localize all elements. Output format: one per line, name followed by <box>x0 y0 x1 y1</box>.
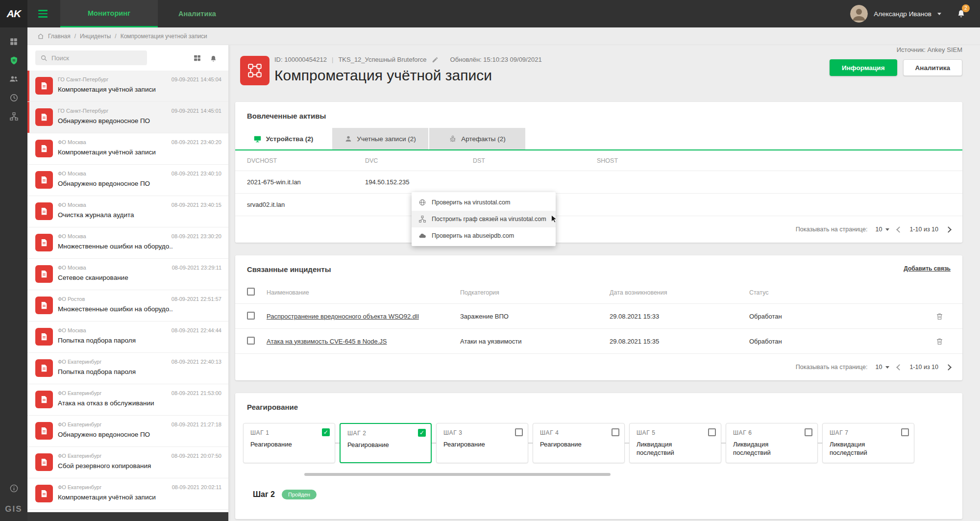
incident-list-item[interactable]: ФО Екатеринбург 08-09-2021 22:40:13 Попы… <box>27 353 228 384</box>
asset-row[interactable]: srvad02.it.lan <box>235 194 962 216</box>
asset-row[interactable]: 2021-675-win.it.lan194.50.152.235 <box>235 171 962 194</box>
sidebar-item-users[interactable] <box>0 70 27 88</box>
incident-location: ФО Москва <box>58 233 86 239</box>
app-logo[interactable]: AK <box>0 0 27 27</box>
incident-list-item[interactable]: ФО Екатеринбург 08-09-2021 21:27:18 Обна… <box>27 416 228 447</box>
next-page-button[interactable] <box>945 364 952 371</box>
view-grid-icon[interactable] <box>193 54 201 62</box>
notifications-button[interactable]: 2 <box>956 8 966 20</box>
list-bottom-bar <box>27 512 228 521</box>
step-connector <box>818 443 822 444</box>
step-card-3[interactable]: ШАГ 3 Реагирование <box>436 423 528 463</box>
col-subcategory: Подкатегория <box>460 289 610 296</box>
step-card-2[interactable]: ШАГ 2 ✓ Реагирование <box>340 423 432 463</box>
assets-tab-1[interactable]: Устройства (2) <box>235 128 331 149</box>
step-card-4[interactable]: ШАГ 4 Реагирование <box>533 423 625 463</box>
sidebar-item-dashboard[interactable] <box>0 32 27 51</box>
delete-row-button[interactable] <box>928 312 951 321</box>
home-icon[interactable] <box>37 33 44 40</box>
next-page-button[interactable] <box>945 226 952 233</box>
assets-tabs: Устройства (2) Учетные записи (2) Артефа… <box>235 128 962 150</box>
prev-page-button[interactable] <box>897 226 903 233</box>
related-status: Обработан <box>749 313 928 320</box>
tab-label: Артефакты (2) <box>461 135 506 143</box>
related-incident-link[interactable]: Распространение вредоносного объекта WSO… <box>267 313 419 320</box>
row-checkbox[interactable] <box>247 337 255 345</box>
incident-list-item[interactable]: ФО Москва 08-09-2021 23:40:10 Обнаружено… <box>27 165 228 196</box>
step-card-5[interactable]: ШАГ 5 Ликвидация последствий <box>629 423 721 463</box>
user-name[interactable]: Александр Иванов <box>874 10 931 18</box>
information-button[interactable]: Информация <box>830 59 897 76</box>
analytics-button[interactable]: Аналитика <box>903 59 962 76</box>
user-menu-caret-icon[interactable] <box>937 13 941 15</box>
incident-list-item[interactable]: ФО Екатеринбург 08-09-2021 20:02:11 Комп… <box>27 478 228 510</box>
step-card-6[interactable]: ШАГ 6 Ликвидация последствий <box>726 423 818 463</box>
incident-list-item[interactable]: ФО Екатеринбург 08-09-2021 21:53:00 Атак… <box>27 384 228 416</box>
search-input[interactable] <box>51 54 142 62</box>
step-checkbox[interactable] <box>708 428 716 436</box>
assets-tab-2[interactable]: Учетные записи (2) <box>332 128 428 149</box>
context-menu-item[interactable]: Проверить на virustotal.com <box>412 194 556 211</box>
step-subtitle: Реагирование <box>347 441 410 449</box>
incident-body: ФО Москва 08-09-2021 23:40:10 Обнаружено… <box>58 170 221 196</box>
incident-doc-icon <box>35 171 53 189</box>
incident-list-item[interactable]: ГО Санкт-Петербург 09-09-2021 14:45:04 К… <box>27 71 228 102</box>
incident-item-title: Попытка подбора пароля <box>58 337 221 344</box>
step-checkbox[interactable] <box>901 428 909 436</box>
incident-list: ГО Санкт-Петербург 09-09-2021 14:45:04 К… <box>27 71 228 512</box>
incident-list-item[interactable]: ФО Екатеринбург 08-09-2021 20:07:50 Сбой… <box>27 447 228 478</box>
tab-analytics[interactable]: Аналитика <box>158 0 237 27</box>
incident-list-item[interactable]: ФО Москва 08-09-2021 23:40:20 Компромета… <box>27 133 228 165</box>
assets-tab-3[interactable]: Артефакты (2) <box>429 128 525 149</box>
assets-card: Вовлеченные активы Устройства (2) Учетны… <box>235 102 962 243</box>
step-checkbox[interactable]: ✓ <box>418 429 426 437</box>
incident-list-item[interactable]: ФО Москва 08-09-2021 23:30:20 Множествен… <box>27 227 228 259</box>
step-checkbox[interactable] <box>515 428 523 436</box>
breadcrumb-item[interactable]: Главная <box>48 33 71 40</box>
step-card-1[interactable]: ШАГ 1 ✓ Реагирование <box>243 423 335 463</box>
incident-list-item[interactable]: ФО Москва 08-09-2021 23:40:15 Очистка жу… <box>27 196 228 227</box>
tab-monitoring[interactable]: Мониторинг <box>60 0 158 27</box>
context-menu-item[interactable]: Проверить на abuseipdb.com <box>412 227 556 244</box>
step-detail: Шаг 2 Пройден <box>235 476 962 519</box>
sidebar-item-history[interactable] <box>0 88 27 107</box>
incident-datetime: 08-09-2021 23:29:11 <box>172 265 221 271</box>
tab-label: Устройства (2) <box>266 135 313 143</box>
add-relation-link[interactable]: Добавить связь <box>904 265 951 272</box>
step-card-7[interactable]: ШАГ 7 Ликвидация последствий <box>822 423 914 463</box>
delete-row-button[interactable] <box>928 337 951 346</box>
menu-toggle-icon[interactable] <box>38 10 48 18</box>
per-page-select[interactable]: 10 <box>876 226 890 233</box>
incident-meta-row: ФО Москва 08-09-2021 23:29:11 <box>58 265 221 271</box>
incident-list-item[interactable]: ФО Москва 08-09-2021 23:29:11 Сетевое ск… <box>27 259 228 290</box>
notifications-filter-icon[interactable] <box>209 54 218 62</box>
gis-logo: GIS <box>5 504 22 514</box>
related-incident-link[interactable]: Атака на уязвимость CVE-645 в Node.JS <box>267 338 387 345</box>
incident-list-item[interactable]: ФО Ростов 08-09-2021 22:51:57 Множествен… <box>27 290 228 322</box>
list-toolbar-icons <box>193 54 220 62</box>
related-subcategory: Заражение ВПО <box>460 313 610 320</box>
incident-datetime: 08-09-2021 20:07:50 <box>172 453 221 459</box>
context-menu-item[interactable]: Построить граф связей на virustotal.com <box>412 211 556 227</box>
prev-page-button[interactable] <box>897 364 903 371</box>
incident-body: ФО Москва 08-09-2021 23:40:20 Компромета… <box>58 138 221 164</box>
step-checkbox[interactable] <box>805 428 812 436</box>
step-checkbox[interactable] <box>612 428 619 436</box>
incident-list-item[interactable]: ГО Санкт-Петербург 09-09-2021 14:45:01 О… <box>27 102 228 133</box>
per-page-select[interactable]: 10 <box>876 364 890 371</box>
main-content: ID: 100000454212 | TKS_12_Успешный Brute… <box>235 45 962 519</box>
incident-item-title: Множественные ошибки на оборудо.. <box>58 243 221 250</box>
avatar[interactable] <box>850 5 868 23</box>
select-all-checkbox[interactable] <box>247 288 255 296</box>
sidebar-item-structure[interactable] <box>0 107 27 125</box>
sidebar-item-incidents[interactable] <box>0 51 27 70</box>
col-name: Наименование <box>267 289 460 296</box>
scrollbar-thumb[interactable] <box>304 473 611 476</box>
row-checkbox[interactable] <box>247 312 255 320</box>
incident-list-item[interactable]: ФО Москва 08-09-2021 22:44:44 Попытка по… <box>27 322 228 353</box>
info-icon[interactable] <box>0 479 27 497</box>
edit-name-icon[interactable] <box>432 56 439 63</box>
incident-datetime: 09-09-2021 14:45:04 <box>172 76 221 82</box>
step-checkbox[interactable]: ✓ <box>322 428 330 436</box>
breadcrumb-item[interactable]: Инциденты <box>71 33 111 40</box>
